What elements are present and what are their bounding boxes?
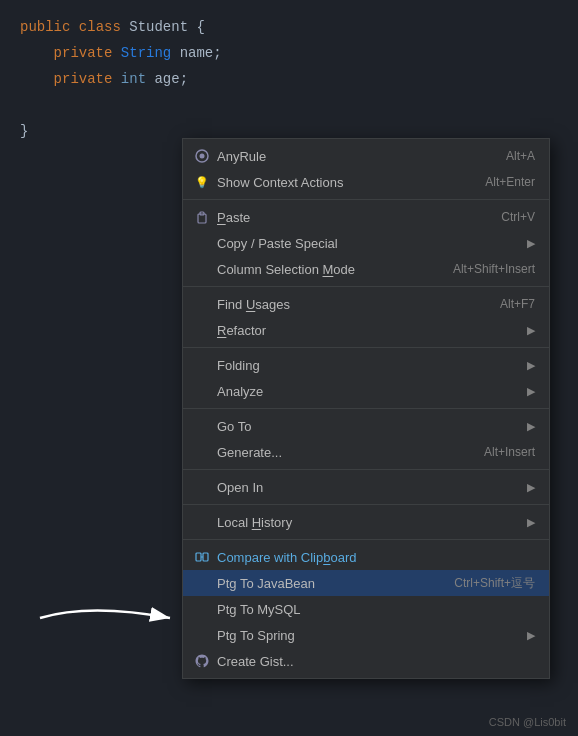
menu-item-analyze[interactable]: Analyze ▶ [183,378,549,404]
separator-1 [183,199,549,200]
anyrule-label: AnyRule [217,149,496,164]
separator-2 [183,286,549,287]
code-line-2: private String name; [20,40,578,66]
svg-rect-5 [203,553,208,561]
watermark: CSDN @Lis0bit [489,716,566,728]
generate-label: Generate... [217,445,474,460]
menu-item-folding[interactable]: Folding ▶ [183,352,549,378]
create-gist-label: Create Gist... [217,654,535,669]
folding-arrow: ▶ [527,359,535,372]
context-menu: AnyRule Alt+A 💡 Show Context Actions Alt… [182,138,550,679]
separator-5 [183,469,549,470]
menu-item-refactor[interactable]: Refactor ▶ [183,317,549,343]
menu-item-local-history[interactable]: Local History ▶ [183,509,549,535]
paste-icon [193,210,211,224]
menu-item-paste[interactable]: PPasteaste Ctrl+V [183,204,549,230]
local-history-arrow: ▶ [527,516,535,529]
menu-item-create-gist[interactable]: Create Gist... [183,648,549,674]
analyze-label: Analyze [217,384,521,399]
menu-item-ptg-mysql[interactable]: Ptg To MySQL [183,596,549,622]
svg-point-1 [200,154,205,159]
ptg-javabean-label: Ptg To JavaBean [217,576,444,591]
analyze-arrow: ▶ [527,385,535,398]
refactor-label: Refactor [217,323,521,338]
generate-shortcut: Alt+Insert [484,445,535,459]
column-selection-shortcut: Alt+Shift+Insert [453,262,535,276]
code-line-4 [20,92,578,118]
menu-item-open-in[interactable]: Open In ▶ [183,474,549,500]
goto-label: Go To [217,419,521,434]
goto-arrow: ▶ [527,420,535,433]
separator-7 [183,539,549,540]
menu-item-column-selection[interactable]: Column Selection Mode Alt+Shift+Insert [183,256,549,282]
column-selection-label: Column Selection Mode [217,262,443,277]
menu-item-ptg-javabean[interactable]: Ptg To JavaBean Ctrl+Shift+逗号 [183,570,549,596]
code-line-1: public class Student { [20,14,578,40]
ptg-mysql-label: Ptg To MySQL [217,602,535,617]
github-icon [193,654,211,668]
menu-item-copy-paste-special[interactable]: Copy / Paste Special ▶ [183,230,549,256]
menu-item-generate[interactable]: Generate... Alt+Insert [183,439,549,465]
compare-icon [193,550,211,564]
anyrule-icon [193,149,211,163]
compare-clipboard-label: Compare with Clipboard [217,550,535,565]
folding-label: Folding [217,358,521,373]
menu-item-show-context[interactable]: 💡 Show Context Actions Alt+Enter [183,169,549,195]
show-context-label: Show Context Actions [217,175,475,190]
find-usages-label: Find Usages [217,297,490,312]
ptg-spring-arrow: ▶ [527,629,535,642]
separator-4 [183,408,549,409]
bulb-icon: 💡 [193,176,211,189]
refactor-arrow: ▶ [527,324,535,337]
menu-item-compare-clipboard[interactable]: Compare with Clipboard [183,544,549,570]
separator-3 [183,347,549,348]
copy-paste-special-label: Copy / Paste Special [217,236,521,251]
menu-item-anyrule[interactable]: AnyRule Alt+A [183,143,549,169]
find-usages-shortcut: Alt+F7 [500,297,535,311]
open-in-label: Open In [217,480,521,495]
menu-item-ptg-spring[interactable]: Ptg To Spring ▶ [183,622,549,648]
ptg-javabean-shortcut: Ctrl+Shift+逗号 [454,575,535,592]
menu-item-goto[interactable]: Go To ▶ [183,413,549,439]
svg-rect-4 [196,553,201,561]
paste-shortcut: Ctrl+V [501,210,535,224]
separator-6 [183,504,549,505]
copy-paste-special-arrow: ▶ [527,237,535,250]
open-in-arrow: ▶ [527,481,535,494]
anyrule-shortcut: Alt+A [506,149,535,163]
menu-item-find-usages[interactable]: Find Usages Alt+F7 [183,291,549,317]
show-context-shortcut: Alt+Enter [485,175,535,189]
local-history-label: Local History [217,515,521,530]
ptg-spring-label: Ptg To Spring [217,628,521,643]
code-line-3: private int age; [20,66,578,92]
arrow-annotation [30,598,210,643]
paste-label: PPasteaste [217,210,491,225]
